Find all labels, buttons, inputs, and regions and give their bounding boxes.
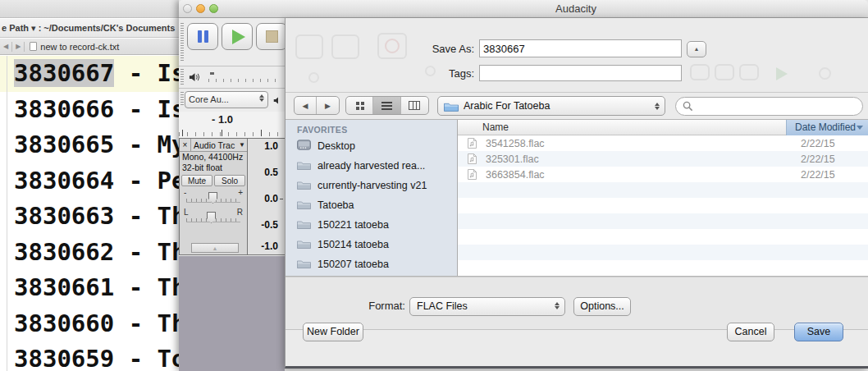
editor-line[interactable]: 3830667 - Is y — [0, 56, 179, 92]
forward-button[interactable]: ▶ — [317, 97, 339, 114]
empty-track-area — [179, 256, 285, 371]
list-view-button[interactable] — [373, 97, 400, 114]
timeline-ruler[interactable]: - 1.0 — [179, 112, 285, 138]
cancel-button[interactable]: Cancel — [727, 323, 774, 341]
scale-value: -1.0 — [261, 240, 278, 252]
search-input[interactable] — [693, 99, 862, 114]
new-folder-button[interactable]: New Folder — [303, 323, 363, 341]
scale-value: 0.5 — [264, 167, 278, 178]
close-traffic-light[interactable] — [183, 4, 192, 13]
file-path-menu[interactable]: e Path ▾ : ~/Documents/CK's Documents — [0, 19, 179, 38]
toolbar-grip[interactable] — [180, 92, 184, 107]
chevron-down-icon[interactable]: ▼ — [239, 141, 247, 149]
sidebar-item-label: currently-harvesting v21 — [318, 180, 427, 191]
editor-line[interactable]: 3830659 - Tom — [0, 341, 179, 371]
file-rows: 3541258.flac 2/22/15 325301.flac 2/22/15 — [458, 135, 868, 276]
stop-icon — [266, 30, 278, 43]
column-view-button[interactable] — [401, 97, 428, 114]
pan-slider[interactable]: L R — [180, 208, 247, 226]
collapse-track-button[interactable]: ▲ — [191, 243, 239, 253]
sentence-text: - Perh — [114, 167, 179, 195]
close-track-icon[interactable]: × — [180, 139, 191, 151]
tab-filename[interactable]: new to record-ck.txt — [40, 42, 119, 52]
stepper-icon — [259, 94, 264, 102]
audio-file-icon — [468, 138, 477, 149]
back-icon[interactable]: ◀ — [0, 43, 11, 50]
format-label: Format: — [286, 300, 405, 312]
favorites-heading: FAVORITES — [286, 120, 457, 136]
desktop-icon — [297, 140, 311, 153]
format-dropdown[interactable]: FLAC Files — [409, 297, 565, 316]
slider-thumb[interactable] — [210, 72, 214, 75]
track-name-menu[interactable]: Audio Trac — [191, 140, 239, 150]
editor-line[interactable]: 3830660 - This — [0, 306, 179, 342]
search-icon — [683, 101, 693, 112]
tags-input[interactable] — [479, 65, 682, 81]
sidebar-item[interactable]: Desktop — [286, 136, 457, 156]
toolbar-grip[interactable] — [180, 69, 184, 85]
location-dropdown[interactable]: Arabic For Tatoeba — [437, 96, 665, 116]
back-button[interactable]: ◀ — [295, 97, 317, 114]
audio-host-select[interactable]: Core Au... — [185, 91, 268, 108]
zoom-traffic-light[interactable] — [209, 4, 218, 13]
audacity-title-bar[interactable]: Audacity — [179, 0, 868, 18]
gain-slider[interactable]: - + — [180, 189, 247, 206]
editor-line[interactable]: 3830665 - My g — [0, 127, 179, 163]
editor-line[interactable]: 3830662 - Thes — [0, 235, 179, 271]
sentence-text: - Is y — [114, 95, 179, 123]
pause-button[interactable] — [187, 23, 218, 50]
divider — [179, 88, 285, 89]
sidebar-item[interactable]: 150207 tatoeba — [286, 254, 457, 274]
sidebar-item-label: 150221 tatoeba — [318, 219, 389, 231]
toolbar-grip[interactable] — [180, 23, 184, 62]
mute-button[interactable]: Mute — [181, 175, 212, 186]
editor-text-area[interactable]: 3830667 - Is y3830666 - Is y3830665 - My… — [0, 56, 179, 371]
search-field[interactable] — [675, 97, 863, 116]
editor-line[interactable]: 3830666 - Is y — [0, 92, 179, 128]
vertical-scale-ruler[interactable]: 1.00.50.0-0.5-1.0 — [248, 138, 285, 255]
save-button[interactable]: Save — [794, 323, 843, 341]
icon-view-button[interactable] — [346, 97, 373, 114]
sidebar-item[interactable]: currently-harvesting v21 — [286, 176, 457, 195]
sidebar-item-label: Desktop — [318, 140, 355, 152]
file-row[interactable]: 325301.flac 2/22/15 — [458, 151, 868, 167]
date-modified-column-header[interactable]: Date Modified — [786, 120, 868, 135]
sidebar-item-label: already harvested rea... — [318, 160, 425, 172]
gain-min-label: - — [184, 189, 186, 197]
folder-icon — [444, 101, 459, 112]
forward-icon[interactable]: ▶ — [12, 43, 24, 50]
window-title: Audacity — [555, 0, 596, 17]
file-date-modified: 2/22/15 — [801, 169, 835, 181]
file-browser: FAVORITES Desktop — [286, 119, 868, 277]
output-volume-slider[interactable] — [208, 72, 279, 82]
name-column-header[interactable]: Name — [482, 120, 509, 135]
sentence-text: - That — [114, 202, 179, 230]
file-row[interactable]: 3541258.flac 2/22/15 — [458, 135, 868, 151]
save-as-input[interactable] — [479, 39, 682, 57]
ghost-zoom-in-button — [690, 64, 710, 80]
play-button[interactable] — [222, 23, 253, 50]
file-row[interactable]: 3663854.flac 2/22/15 — [458, 167, 868, 182]
sentence-id: 3830664 — [14, 167, 114, 195]
audio-track-control-panel: × Audio Trac ▼ Mono, 44100Hz 32-bit floa… — [179, 138, 248, 255]
pan-right-label: R — [237, 208, 243, 217]
sidebar-item[interactable]: 150214 tatoeba — [286, 235, 457, 254]
sidebar-item[interactable]: 150221 tatoeba — [286, 215, 457, 235]
file-list-header: Name Date Modified — [458, 120, 868, 135]
audio-file-icon — [468, 169, 477, 180]
editor-line[interactable]: 3830664 - Perh — [0, 163, 179, 199]
solo-button[interactable]: Solo — [214, 175, 245, 186]
editor-line[interactable]: 3830663 - That — [0, 199, 179, 235]
sidebar-item[interactable]: Tatoeba — [286, 195, 457, 215]
sidebar-item-label: Tatoeba — [318, 199, 354, 211]
options-button[interactable]: Options... — [573, 297, 631, 316]
transport-toolbar — [187, 23, 287, 50]
text-editor-window: e Path ▾ : ~/Documents/CK's Documents ◀ … — [0, 0, 179, 371]
editor-line[interactable]: 3830661 - This — [0, 270, 179, 306]
minimize-traffic-light[interactable] — [196, 4, 205, 13]
track-header: × Audio Trac ▼ — [180, 139, 247, 152]
sidebar-item[interactable]: already harvested rea... — [286, 156, 457, 176]
expand-dialog-button[interactable]: ▲ — [687, 41, 706, 57]
stop-button[interactable] — [256, 23, 287, 50]
editor-toolbar-strip — [0, 0, 179, 18]
